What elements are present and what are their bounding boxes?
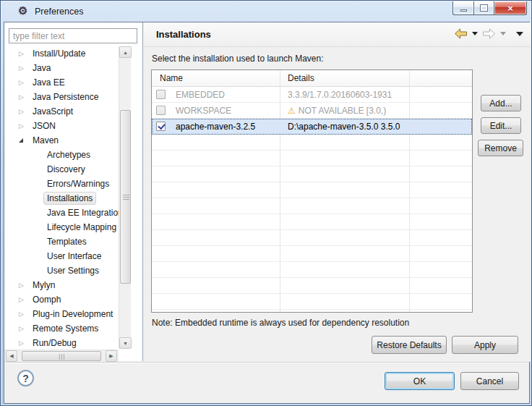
minimize-button[interactable] [452, 1, 473, 15]
dialog-body: ▷Install/Update▷Java▷Java EE▷Java Persis… [4, 22, 530, 404]
column-header-name[interactable]: Name [160, 73, 183, 83]
expand-icon[interactable]: ▷ [19, 109, 29, 115]
tree-item-label: Install/Update [29, 47, 89, 60]
filter-input[interactable] [9, 28, 137, 43]
tree-item-java-persistence[interactable]: ▷Java Persistence [4, 90, 119, 104]
scroll-right-icon[interactable]: ▶ [106, 350, 117, 362]
tree-item-user-settings[interactable]: User Settings [4, 263, 119, 278]
cell-details: D:\apache-maven-3.5.0 3.5.0 [288, 122, 400, 132]
window-controls: × [452, 1, 527, 15]
expand-icon[interactable]: ▷ [19, 297, 29, 303]
back-history-dropdown-icon[interactable] [472, 32, 478, 35]
tree-item-oomph[interactable]: ▷Oomph [4, 292, 119, 307]
sidebar: ▷Install/Update▷Java▷Java EE▷Java Persis… [4, 22, 143, 361]
tree-horizontal-scrollbar[interactable]: ◀ ▶ [4, 350, 119, 361]
table-body: EMBEDDED3.3.9/1.7.0.20160603-1931WORKSPA… [152, 87, 472, 312]
tree-vertical-scrollbar[interactable]: ▲ ▼ [119, 46, 131, 349]
cell-name: WORKSPACE [176, 106, 231, 116]
tree-item-templates[interactable]: Templates [4, 234, 119, 249]
footer-separator [4, 362, 529, 363]
tree-item-errors-warnings[interactable]: Errors/Warnings [4, 177, 119, 191]
cancel-button[interactable]: Cancel [460, 372, 519, 390]
tree-item-run-debug[interactable]: ▷Run/Debug [4, 336, 119, 349]
collapse-icon[interactable] [19, 138, 29, 143]
tree-item-user-interface[interactable]: User Interface [4, 249, 119, 263]
table-row-workspace[interactable]: WORKSPACE⚠NOT AVAILABLE [3.0,) [152, 103, 472, 119]
maximize-button[interactable] [473, 1, 494, 15]
tree-item-installations[interactable]: Installations [4, 191, 119, 206]
expand-icon[interactable]: ▷ [19, 340, 29, 347]
vertical-scroll-thumb[interactable] [120, 110, 131, 284]
apply-button[interactable]: Apply [452, 336, 518, 354]
tree-item-label: User Interface [43, 250, 105, 263]
table-description: Select the installation used to launch M… [152, 54, 323, 64]
tree-item-lifecycle-mapping[interactable]: Lifecycle Mapping [4, 220, 119, 234]
titlebar[interactable]: ⚙ Preferences × [1, 1, 531, 22]
expand-icon[interactable]: ▷ [19, 94, 29, 101]
tree-item-label: JSON [29, 119, 59, 132]
scroll-up-icon[interactable]: ▲ [119, 46, 132, 58]
tree-item-label: Errors/Warnings [43, 177, 113, 190]
table-row-apache-maven-3-2-5[interactable]: apache-maven-3.2.5D:\apache-maven-3.5.0 … [152, 119, 472, 135]
preferences-tree: ▷Install/Update▷Java▷Java EE▷Java Persis… [4, 46, 119, 349]
expand-icon[interactable]: ▷ [19, 311, 29, 318]
installations-table: Name Details EMBEDDED3.3.9/1.7.0.2016060… [151, 69, 473, 313]
minimize-icon [460, 9, 467, 12]
column-header-details[interactable]: Details [288, 73, 314, 83]
checkbox-unchecked-icon[interactable] [156, 106, 166, 115]
restore-defaults-button[interactable]: Restore Defaults [372, 336, 447, 354]
tree-item-javascript[interactable]: ▷JavaScript [4, 104, 119, 119]
cell-name: EMBEDDED [176, 90, 225, 100]
add-button[interactable]: Add... [481, 95, 521, 111]
installations-page: Select the installation used to launch M… [144, 47, 531, 362]
tree-item-label: Java Persistence [29, 90, 102, 103]
table-header: Name Details [152, 70, 472, 87]
tree-item-label: Mylyn [29, 279, 59, 292]
tree-item-archetypes[interactable]: Archetypes [4, 148, 119, 162]
maximize-icon [481, 5, 487, 11]
horizontal-scroll-thumb[interactable] [22, 351, 101, 361]
tree-item-mylyn[interactable]: ▷Mylyn [4, 278, 119, 292]
page-title: Installations [156, 29, 211, 40]
tree-item-java-ee-integration[interactable]: Java EE Integration [4, 206, 119, 220]
tree-item-discovery[interactable]: Discovery [4, 162, 119, 177]
expand-icon[interactable]: ▷ [19, 326, 29, 332]
tree-item-remote-systems[interactable]: ▷Remote Systems [4, 321, 119, 336]
tree-item-json[interactable]: ▷JSON [4, 119, 119, 133]
tree-item-label: Templates [43, 235, 90, 248]
tree-item-label: Lifecycle Mapping [43, 221, 119, 234]
note-text: Note: Embedded runtime is always used fo… [152, 318, 409, 328]
cell-details: 3.3.9/1.7.0.20160603-1931 [288, 90, 392, 100]
expand-icon[interactable]: ▷ [19, 80, 29, 86]
preferences-window: ⚙ Preferences × ▷Install/Update▷Java▷Jav… [0, 0, 532, 406]
back-icon[interactable] [454, 28, 468, 39]
tree-item-java[interactable]: ▷Java [4, 61, 119, 75]
scroll-down-icon[interactable]: ▼ [119, 337, 132, 349]
expand-icon[interactable]: ▷ [19, 123, 29, 130]
forward-history-dropdown-icon[interactable] [500, 32, 506, 35]
close-button[interactable]: × [494, 1, 527, 15]
table-row-embedded[interactable]: EMBEDDED3.3.9/1.7.0.20160603-1931 [152, 87, 472, 103]
remove-button[interactable]: Remove [478, 140, 523, 156]
ok-button[interactable]: OK [385, 372, 455, 390]
edit-button[interactable]: Edit... [481, 117, 521, 134]
expand-icon[interactable]: ▷ [19, 282, 29, 289]
tree-item-maven[interactable]: Maven [4, 133, 119, 148]
tree-item-label: Java [29, 62, 54, 75]
tree-item-label: Archetypes [43, 148, 94, 161]
tree-item-plug-in-development[interactable]: ▷Plug-in Development [4, 307, 119, 321]
expand-icon[interactable]: ▷ [19, 51, 29, 57]
history-nav [454, 28, 523, 39]
tree-item-install-update[interactable]: ▷Install/Update [4, 46, 119, 61]
tree-item-label: Java EE [29, 76, 69, 89]
checkbox-checked-icon[interactable] [156, 122, 166, 131]
tree-item-java-ee[interactable]: ▷Java EE [4, 75, 119, 90]
view-menu-icon[interactable] [516, 32, 523, 36]
tree-item-label: Java EE Integration [43, 206, 119, 219]
forward-icon[interactable] [482, 28, 496, 39]
scroll-left-icon[interactable]: ◀ [6, 350, 17, 362]
checkbox-unchecked-icon[interactable] [156, 90, 166, 99]
help-button[interactable]: ? [17, 370, 34, 386]
expand-icon[interactable]: ▷ [19, 65, 29, 72]
tree-item-label: Plug-in Development [29, 308, 116, 321]
